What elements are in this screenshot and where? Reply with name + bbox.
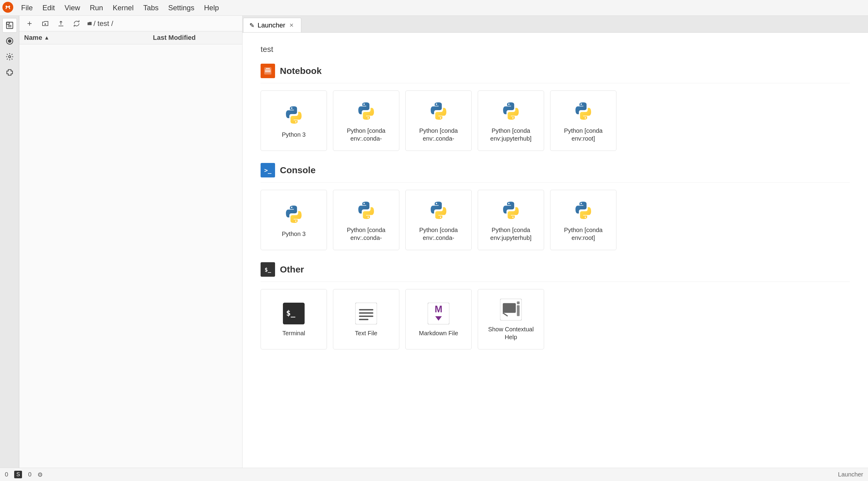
menu-settings[interactable]: Settings xyxy=(164,2,199,13)
svg-point-9 xyxy=(8,56,10,58)
menu-tabs[interactable]: Tabs xyxy=(139,2,163,13)
card-label: Python [conda env:.conda- xyxy=(410,226,467,242)
launcher-content: test Notebook xyxy=(243,33,868,468)
card-label: Markdown File xyxy=(419,329,458,337)
activity-running[interactable] xyxy=(2,34,17,48)
tab-close-button[interactable]: ✕ xyxy=(288,22,295,29)
markdown-icon: M xyxy=(427,301,451,326)
textfile-icon xyxy=(354,301,378,326)
notebook-cards: Python 3 Python [conda env:.conda- xyxy=(260,91,850,151)
card-label: Python [conda env:jupyterhub] xyxy=(483,226,539,242)
console-section-header: >_ Console xyxy=(260,163,850,183)
column-name[interactable]: Name ▲ xyxy=(24,34,153,42)
upload-button[interactable] xyxy=(56,18,66,29)
tab-launcher-icon: ✎ xyxy=(249,22,254,29)
launcher-card[interactable]: Python [conda env:.conda- xyxy=(333,190,399,250)
python-icon xyxy=(427,99,451,123)
menu-help[interactable]: Help xyxy=(200,2,223,13)
launcher-card[interactable]: Text File xyxy=(333,289,399,350)
refresh-button[interactable] xyxy=(71,18,82,29)
launcher-card[interactable]: Python [conda env:.conda- xyxy=(333,91,399,151)
launcher-card[interactable]: Show Contextual Help xyxy=(478,289,544,350)
status-bar: 0 S 0 ⚙ Launcher xyxy=(0,468,868,481)
launcher-card[interactable]: Python [conda env:root] xyxy=(550,91,617,151)
new-folder-button[interactable] xyxy=(40,18,51,29)
python-icon xyxy=(499,99,523,123)
python-icon xyxy=(571,99,595,123)
launcher-card[interactable]: $_ Terminal xyxy=(260,289,327,350)
other-cards: $_ Terminal Text File M Markdown File Sh… xyxy=(260,289,850,350)
status-kernel: S xyxy=(14,471,22,478)
python-icon xyxy=(427,198,451,222)
svg-rect-27 xyxy=(517,305,520,316)
menu-file[interactable]: File xyxy=(17,2,37,13)
menu-kernel[interactable]: Kernel xyxy=(108,2,138,13)
card-label: Python [conda env:jupyterhub] xyxy=(483,127,539,143)
launcher-card[interactable]: Python [conda env:.conda- xyxy=(405,190,472,250)
new-file-button[interactable]: + xyxy=(24,18,35,29)
svg-point-1 xyxy=(6,6,7,7)
svg-rect-26 xyxy=(517,301,520,304)
menu-view[interactable]: View xyxy=(60,2,85,13)
python-icon xyxy=(282,103,306,127)
card-label: Python [conda env:.conda- xyxy=(410,127,467,143)
menu-edit[interactable]: Edit xyxy=(38,2,59,13)
notebook-icon xyxy=(260,64,275,78)
tab-launcher-label: Launcher xyxy=(257,22,285,29)
python-icon xyxy=(282,202,306,226)
card-label: Python [conda env:.conda- xyxy=(338,127,394,143)
console-cards: Python 3 Python [conda env:.conda- xyxy=(260,190,850,250)
status-kernel-count: 0 xyxy=(28,471,31,478)
launcher-card[interactable]: Python 3 xyxy=(260,91,327,151)
status-left: 0 S 0 ⚙ xyxy=(5,471,43,478)
console-section-title: Console xyxy=(280,165,315,175)
python-icon xyxy=(571,198,595,222)
launcher-card[interactable]: M Markdown File xyxy=(405,289,472,350)
tab-bar: ✎ Launcher ✕ xyxy=(243,16,868,33)
status-right: Launcher xyxy=(838,471,863,478)
launcher-card[interactable]: Python [conda env:jupyterhub] xyxy=(478,91,544,151)
file-list-header: Name ▲ Last Modified xyxy=(19,31,242,44)
activity-files[interactable] xyxy=(2,18,17,33)
card-label: Python [conda env:.conda- xyxy=(338,226,394,242)
card-label: Show Contextual Help xyxy=(483,325,539,341)
notebook-section-title: Notebook xyxy=(280,66,321,76)
launcher-path: test xyxy=(260,44,850,54)
status-zero: 0 xyxy=(5,471,8,478)
sidebar-toolbar: + xyxy=(19,16,242,31)
menubar: File Edit View Run Kernel Tabs Settings … xyxy=(0,0,868,16)
card-label: Python [conda env:root] xyxy=(555,127,611,143)
breadcrumb: / test / xyxy=(87,19,113,28)
python-icon xyxy=(354,198,378,222)
notebook-section-header: Notebook xyxy=(260,64,850,83)
python-icon xyxy=(354,99,378,123)
console-icon: >_ xyxy=(260,163,275,177)
file-list xyxy=(19,44,242,468)
card-label: Terminal xyxy=(282,329,305,337)
column-modified[interactable]: Last Modified xyxy=(153,34,237,42)
svg-rect-24 xyxy=(503,303,516,312)
other-section-header: $_ Other xyxy=(260,262,850,282)
menu-run[interactable]: Run xyxy=(86,2,107,13)
card-label: Python 3 xyxy=(282,131,306,139)
activity-extensions[interactable] xyxy=(2,65,17,80)
svg-text:M: M xyxy=(435,304,442,314)
python-icon xyxy=(499,198,523,222)
app-layout: + xyxy=(0,16,868,468)
other-section-title: Other xyxy=(280,264,304,275)
card-label: Python 3 xyxy=(282,230,306,238)
launcher-card[interactable]: Python 3 xyxy=(260,190,327,250)
status-settings-icon[interactable]: ⚙ xyxy=(37,471,43,478)
sidebar: + xyxy=(19,16,243,468)
launcher-card[interactable]: Python [conda env:root] xyxy=(550,190,617,250)
terminal-icon: $_ xyxy=(282,301,306,326)
tab-launcher[interactable]: ✎ Launcher ✕ xyxy=(243,18,301,32)
other-icon: $_ xyxy=(260,262,275,277)
launcher-card[interactable]: Python [conda env:jupyterhub] xyxy=(478,190,544,250)
activity-bar xyxy=(0,16,19,468)
activity-commands[interactable] xyxy=(2,50,17,64)
main-area: ✎ Launcher ✕ test Notebook xyxy=(243,16,868,468)
svg-point-2 xyxy=(9,6,10,7)
svg-point-8 xyxy=(8,39,11,42)
launcher-card[interactable]: Python [conda env:.conda- xyxy=(405,91,472,151)
